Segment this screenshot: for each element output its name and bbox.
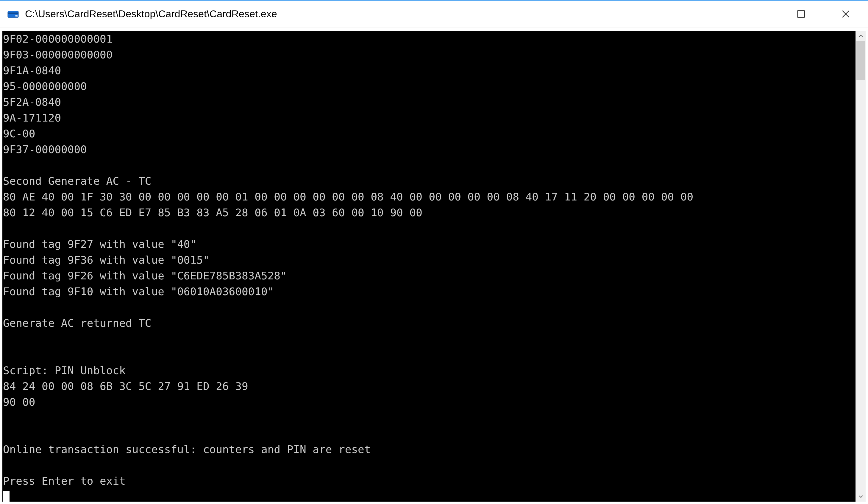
console-line: 5F2A-0840 — [3, 94, 856, 110]
svg-rect-5 — [798, 11, 804, 17]
close-button[interactable] — [823, 1, 868, 27]
console-line — [3, 331, 856, 347]
window-controls — [734, 1, 868, 27]
console-line: 80 12 40 00 15 C6 ED E7 85 B3 83 A5 28 0… — [3, 205, 856, 220]
maximize-icon — [797, 10, 805, 18]
scroll-up-button[interactable] — [856, 31, 866, 41]
console-line: Found tag 9F27 with value "40" — [3, 236, 856, 252]
console-line: Found tag 9F26 with value "C6EDE785B383A… — [3, 268, 856, 284]
console-line: Online transaction successful: counters … — [3, 442, 856, 457]
scroll-thumb[interactable] — [856, 41, 865, 80]
console-line: 9F02-000000000001 — [3, 31, 856, 47]
minimize-button[interactable] — [734, 1, 779, 27]
console-window: C:\Users\CardReset\Desktop\CardReset\Car… — [0, 0, 868, 504]
console-line — [3, 299, 856, 315]
app-icon — [7, 8, 19, 20]
console-line: Found tag 9F10 with value "06010A0360001… — [3, 284, 856, 299]
console-line: 9C-00 — [3, 126, 856, 141]
console-output[interactable]: 9F02-0000000000019F03-0000000000009F1A-0… — [2, 31, 856, 502]
console-line: 9F03-000000000000 — [3, 47, 856, 62]
maximize-button[interactable] — [779, 1, 823, 27]
svg-point-3 — [17, 15, 18, 17]
console-line — [3, 347, 856, 363]
scroll-track[interactable] — [856, 41, 866, 492]
console-line: 9A-171120 — [3, 110, 856, 126]
vertical-scrollbar[interactable] — [856, 31, 866, 502]
svg-rect-1 — [8, 12, 19, 14]
console-line: Found tag 9F36 with value "0015" — [3, 252, 856, 268]
console-line: Generate AC returned TC — [3, 315, 856, 331]
cursor — [3, 491, 10, 502]
console-line: 9F1A-0840 — [3, 62, 856, 78]
chevron-down-icon — [858, 494, 863, 499]
console-line: 84 24 00 00 08 6B 3C 5C 27 91 ED 26 39 — [3, 378, 856, 394]
console-line — [3, 410, 856, 426]
minimize-icon — [752, 10, 761, 18]
console-line: 9F37-00000000 — [3, 141, 856, 157]
chevron-up-icon — [858, 34, 863, 38]
console-line: Press Enter to exit — [3, 473, 856, 489]
console-line: 80 AE 40 00 1F 30 30 00 00 00 00 00 01 0… — [3, 189, 856, 205]
console-line: 90 00 — [3, 394, 856, 410]
console-line — [3, 426, 856, 442]
close-icon — [841, 10, 850, 18]
console-line — [3, 457, 856, 473]
window-title: C:\Users\CardReset\Desktop\CardReset\Car… — [25, 8, 734, 20]
console-line — [3, 220, 856, 236]
console-line: Script: PIN Unblock — [3, 363, 856, 378]
titlebar[interactable]: C:\Users\CardReset\Desktop\CardReset\Car… — [0, 1, 868, 27]
console-line: Second Generate AC - TC — [3, 173, 856, 189]
scroll-down-button[interactable] — [856, 492, 866, 502]
console-cursor-line — [3, 489, 856, 502]
client-area: 9F02-0000000000019F03-0000000000009F1A-0… — [0, 27, 868, 504]
console-line: 95-0000000000 — [3, 78, 856, 94]
svg-rect-0 — [8, 11, 19, 18]
console-line — [3, 157, 856, 173]
